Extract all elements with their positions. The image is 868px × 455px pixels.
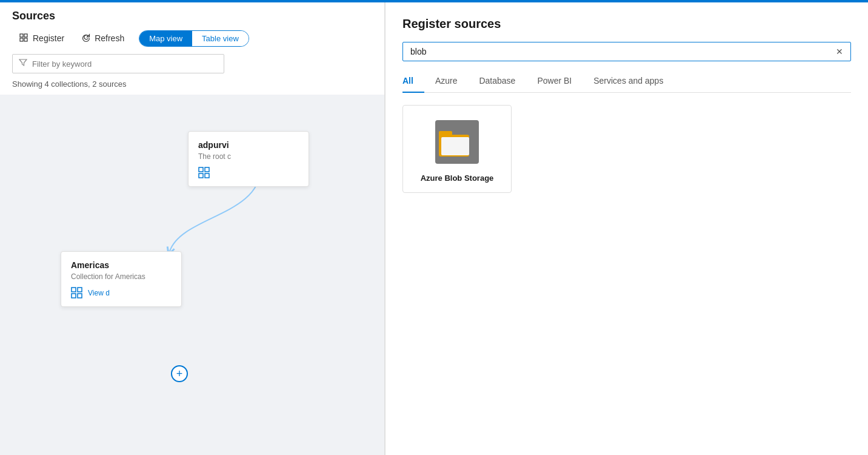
blob-storage-icon: [433, 118, 481, 166]
sources-grid: Azure Blob Storage: [402, 105, 851, 193]
showing-text: Showing 4 collections, 2 sources: [0, 79, 384, 95]
tab-powerbi[interactable]: Power BI: [526, 71, 583, 93]
grid-icon-americas: [71, 287, 83, 299]
node-adpurvi-subtitle: The root c: [198, 152, 299, 161]
view-detail-link[interactable]: View d: [88, 289, 110, 297]
refresh-button[interactable]: Refresh: [74, 30, 132, 47]
node-americas-subtitle: Collection for Americas: [71, 272, 172, 281]
svg-rect-11: [78, 294, 82, 298]
search-input[interactable]: [410, 47, 831, 56]
tab-database[interactable]: Database: [468, 71, 526, 93]
left-panel: Sources Register: [0, 2, 385, 455]
svg-rect-1: [24, 34, 27, 37]
node-adpurvi-title: adpurvi: [198, 140, 299, 150]
svg-rect-5: [205, 167, 209, 172]
svg-rect-6: [199, 174, 203, 178]
filter-icon: [19, 58, 27, 69]
map-canvas: adpurvi The root c Americas Collection f…: [0, 95, 384, 455]
right-panel: Register sources ✕ All Azure Database Po…: [385, 2, 868, 455]
add-collection-button[interactable]: +: [171, 365, 188, 382]
node-americas-icons: View d: [71, 287, 172, 299]
refresh-label: Refresh: [95, 33, 124, 43]
svg-rect-3: [24, 38, 27, 41]
node-adpurvi-icons: [198, 167, 299, 179]
map-view-button[interactable]: Map view: [139, 31, 192, 46]
filter-bar: [0, 54, 384, 79]
svg-rect-0: [20, 34, 23, 37]
svg-rect-9: [78, 288, 82, 292]
register-icon: [19, 33, 29, 43]
tabs-bar: All Azure Database Power BI Services and…: [402, 71, 851, 93]
svg-rect-10: [72, 294, 76, 298]
svg-rect-14: [439, 131, 452, 137]
search-bar: ✕: [402, 42, 851, 61]
svg-rect-2: [20, 38, 23, 41]
node-americas[interactable]: Americas Collection for Americas View d: [61, 251, 182, 307]
tab-services[interactable]: Services and apps: [583, 71, 674, 93]
tab-azure[interactable]: Azure: [424, 71, 469, 93]
register-label: Register: [33, 33, 64, 43]
svg-rect-7: [205, 174, 209, 178]
svg-rect-15: [441, 137, 469, 155]
node-americas-title: Americas: [71, 260, 172, 270]
node-adpurvi[interactable]: adpurvi The root c: [188, 131, 309, 187]
register-button[interactable]: Register: [12, 30, 72, 47]
source-card-blob-storage[interactable]: Azure Blob Storage: [402, 105, 512, 193]
blob-storage-label: Azure Blob Storage: [421, 174, 494, 183]
svg-rect-8: [72, 288, 76, 292]
table-view-button[interactable]: Table view: [192, 31, 249, 46]
toolbar: Register Refresh Map view Table view: [12, 30, 372, 47]
register-sources-title: Register sources: [402, 17, 851, 31]
filter-input[interactable]: [32, 59, 218, 69]
left-header: Sources Register: [0, 2, 384, 54]
svg-rect-4: [199, 167, 203, 172]
view-toggle: Map view Table view: [139, 30, 249, 47]
grid-icon: [198, 167, 210, 179]
search-clear-button[interactable]: ✕: [836, 47, 843, 56]
sources-title: Sources: [12, 10, 372, 22]
refresh-icon: [81, 33, 91, 43]
filter-input-wrap: [12, 54, 224, 73]
tab-all[interactable]: All: [402, 71, 424, 93]
